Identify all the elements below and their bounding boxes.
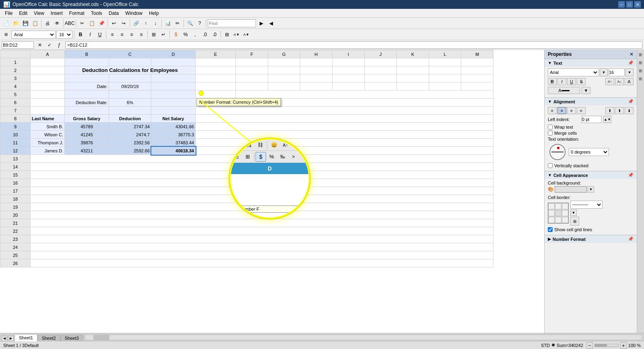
prop-font-name[interactable]: Arial <box>548 68 599 76</box>
border-btn-tc[interactable] <box>555 203 561 209</box>
align-top-btn[interactable]: ⬆ <box>605 107 614 114</box>
function-wizard-button[interactable]: ƒ <box>55 41 64 49</box>
prop-underline-button[interactable]: U <box>567 78 576 85</box>
draw-button[interactable]: ✏ <box>173 19 182 28</box>
merge-cells-button[interactable]: ⊞ <box>149 30 158 39</box>
cell-d6[interactable] <box>151 99 196 107</box>
left-indent-spinner[interactable]: ▲▼ <box>603 116 611 123</box>
inc-decimal-button[interactable]: .0 <box>200 30 209 39</box>
prop-shadow-button[interactable]: A <box>625 78 634 85</box>
close-button[interactable]: ✕ <box>634 1 641 8</box>
currency-button[interactable]: $ <box>171 30 180 39</box>
cell-f2[interactable] <box>236 66 268 74</box>
cell-i3[interactable] <box>332 74 365 82</box>
align-left-button[interactable]: ≡ <box>108 30 117 39</box>
cell-d7[interactable] <box>151 107 196 115</box>
bg-color-button[interactable]: A▼ <box>232 30 241 39</box>
cell-j1[interactable] <box>365 58 397 66</box>
border-btn-bc[interactable] <box>555 217 561 223</box>
cell-l4[interactable] <box>429 82 461 90</box>
align-bottom-btn[interactable]: ⬇ <box>625 107 634 114</box>
zoom-out-button[interactable]: − <box>586 342 593 349</box>
menu-edit[interactable]: Edit <box>16 10 31 17</box>
cell-g2[interactable] <box>268 66 300 74</box>
magnify-face-btn[interactable]: 😀 <box>269 140 279 150</box>
cell-h4[interactable] <box>300 82 332 90</box>
print-button[interactable]: 🖨 <box>43 19 52 28</box>
cell-e3[interactable] <box>196 74 236 82</box>
align-left-btn[interactable]: ≡ <box>548 107 557 114</box>
underline-button[interactable]: U <box>95 30 104 39</box>
new-button[interactable]: 📄 <box>2 19 10 28</box>
cell-row24[interactable] <box>31 243 493 251</box>
cell-bg-dropdown-btn[interactable]: ▼ <box>588 186 594 193</box>
bold-button[interactable]: B <box>76 30 85 39</box>
col-header-k[interactable]: K <box>397 50 429 58</box>
col-header-c[interactable]: C <box>109 50 151 58</box>
cell-g1[interactable] <box>268 58 300 66</box>
cell-h2[interactable] <box>300 66 332 74</box>
cell-e4[interactable] <box>196 82 236 90</box>
thousands-button[interactable]: , <box>191 30 200 39</box>
col-header-i[interactable]: I <box>332 50 365 58</box>
sheet-tab-3[interactable]: Sheet3 <box>60 335 83 341</box>
side-icon-3[interactable]: ⊞ <box>638 69 643 72</box>
zoom-in-button[interactable]: + <box>620 342 627 349</box>
cell-g3[interactable] <box>268 74 300 82</box>
col-header-e[interactable]: E <box>196 50 236 58</box>
prop-section-cell-header[interactable]: ▼ Cell Appearance 📌 <box>545 171 637 179</box>
cell-row25[interactable] <box>31 251 493 259</box>
prop-superscript-button[interactable]: A↑ <box>605 78 614 85</box>
cell-c12-james-deduction[interactable]: 2592.66 <box>109 147 151 155</box>
col-header-h[interactable]: H <box>300 50 332 58</box>
cell-d12-james-net[interactable]: 40618.34 <box>151 147 196 155</box>
cell-e10-rest[interactable] <box>196 131 493 139</box>
cell-m2[interactable] <box>461 66 493 74</box>
cell-a12-james[interactable]: James D. <box>31 147 65 155</box>
h-scrollbar[interactable] <box>85 335 642 340</box>
border-btn-ml[interactable] <box>548 210 555 216</box>
minimize-button[interactable]: ─ <box>618 1 625 8</box>
cell-b7[interactable] <box>65 107 109 115</box>
print-preview-button[interactable]: 👁 <box>53 19 62 28</box>
col-header-f[interactable]: F <box>236 50 268 58</box>
border-btn-br[interactable] <box>562 217 568 223</box>
cell-l2[interactable] <box>429 66 461 74</box>
cell-e7-rest[interactable] <box>196 107 493 115</box>
cell-k4[interactable] <box>397 82 429 90</box>
cell-a7[interactable] <box>31 107 65 115</box>
cell-k3[interactable] <box>397 74 429 82</box>
cell-b1[interactable] <box>65 58 109 66</box>
cell-d8-netsalary-header[interactable]: Net Salary <box>151 115 196 123</box>
menu-view[interactable]: View <box>31 10 47 17</box>
cell-row22[interactable] <box>31 227 493 235</box>
align-center-button[interactable]: ≡ <box>118 30 126 39</box>
wrap-text-checkbox[interactable] <box>548 125 553 129</box>
prop-font-size[interactable] <box>609 68 625 76</box>
font-color-button[interactable]: A▼ <box>242 30 251 39</box>
left-indent-input[interactable] <box>582 116 602 123</box>
cell-e2[interactable] <box>196 66 236 74</box>
spell-check-button[interactable]: ABC <box>65 19 74 28</box>
cell-b12-james-salary[interactable]: 43211 <box>65 147 109 155</box>
magnify-percent-btn[interactable]: % <box>266 152 277 162</box>
menu-tools[interactable]: Tools <box>88 10 105 17</box>
align-right-btn[interactable]: ≡ <box>567 107 576 114</box>
cell-d1[interactable] <box>151 58 196 66</box>
cell-m3[interactable] <box>461 74 493 82</box>
cell-e9-rest[interactable] <box>196 123 493 131</box>
sort-asc-button[interactable]: ↑ <box>141 19 150 28</box>
paste-button[interactable]: 📌 <box>97 19 106 28</box>
cell-d9-smith-net[interactable]: 43041.66 <box>151 123 196 131</box>
border-action-btn[interactable]: ⊞ <box>570 217 579 226</box>
col-header-g[interactable]: G <box>268 50 300 58</box>
dec-decimal-button[interactable]: .0 <box>210 30 219 39</box>
redo-button[interactable]: ↪ <box>119 19 128 28</box>
vertically-stacked-checkbox[interactable] <box>548 163 553 168</box>
cell-a10-wilson[interactable]: Wilson C. <box>31 131 65 139</box>
alignment-section-expand[interactable]: 📌 <box>628 99 634 104</box>
sheet-tab-scroll-left[interactable]: ◀ <box>2 336 7 341</box>
magnify-dropdown-btn[interactable]: ▼ <box>232 140 243 150</box>
save-as-button[interactable]: 📋 <box>31 19 39 28</box>
help-button[interactable]: ? <box>195 19 204 28</box>
